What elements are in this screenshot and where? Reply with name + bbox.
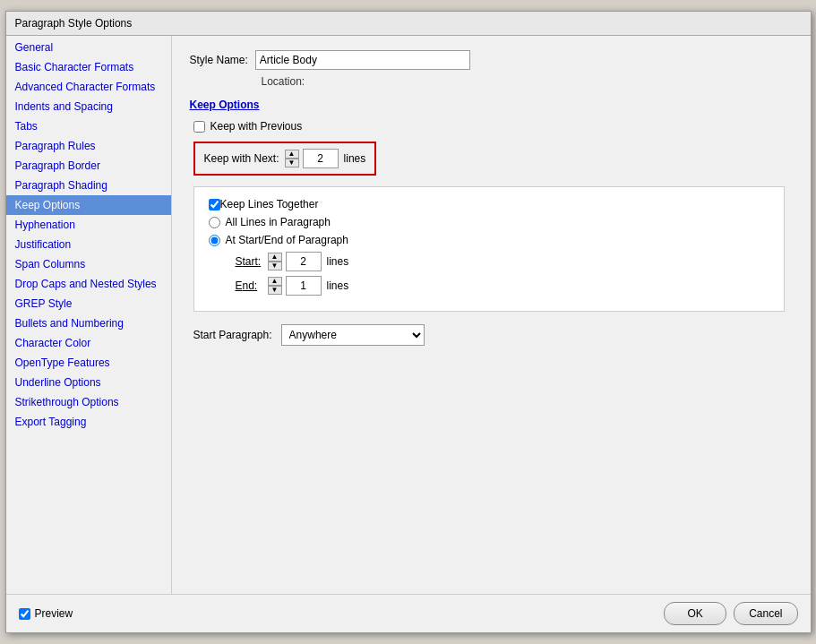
start-paragraph-dropdown[interactable]: Anywhere Next Column Next Frame Next Pag… — [281, 324, 425, 346]
end-lines-label: lines — [327, 279, 349, 292]
all-lines-row: All Lines in Paragraph — [209, 216, 769, 228]
footer-left: Preview — [19, 607, 73, 620]
keep-with-next-lines: lines — [344, 152, 366, 165]
sidebar-item[interactable]: Hyphenation — [6, 215, 171, 235]
location-row: Location: — [190, 75, 793, 88]
start-paragraph-row: Start Paragraph: Anywhere Next Column Ne… — [193, 324, 793, 346]
keep-with-next-down[interactable]: ▼ — [285, 159, 299, 167]
at-start-end-label: At Start/End of Paragraph — [226, 234, 348, 246]
cancel-button[interactable]: Cancel — [734, 602, 797, 625]
sidebar-item[interactable]: Drop Caps and Nested Styles — [6, 274, 171, 294]
keep-with-previous-checkbox[interactable] — [193, 121, 205, 133]
sidebar-item[interactable]: Character Color — [6, 333, 171, 353]
dialog-footer: Preview OK Cancel — [6, 594, 811, 632]
start-paragraph-label: Start Paragraph: — [193, 329, 272, 341]
dialog-title: Paragraph Style Options — [6, 12, 811, 36]
keep-with-next-box: Keep with Next: ▲ ▼ lines — [193, 142, 377, 176]
keep-with-previous-row: Keep with Previous — [193, 120, 793, 133]
sidebar-item[interactable]: OpenType Features — [6, 353, 171, 373]
start-row: Start: ▲ ▼ lines — [236, 252, 769, 271]
sidebar-item[interactable]: Keep Options — [6, 195, 171, 215]
start-input[interactable] — [286, 252, 322, 271]
all-lines-radio[interactable] — [209, 217, 220, 228]
end-input[interactable] — [286, 276, 322, 296]
keep-with-next-spinner[interactable]: ▲ ▼ — [285, 150, 299, 167]
keep-lines-section: Keep Lines Together All Lines in Paragra… — [193, 186, 785, 312]
paragraph-style-dialog: Paragraph Style Options GeneralBasic Cha… — [5, 11, 812, 633]
preview-label: Preview — [35, 607, 73, 620]
sidebar-item[interactable]: Paragraph Shading — [6, 176, 171, 195]
location-label: Location: — [262, 75, 305, 88]
style-name-row: Style Name: — [190, 50, 793, 70]
sidebar-item[interactable]: Basic Character Formats — [6, 57, 171, 77]
sidebar-item[interactable]: Tabs — [6, 116, 171, 136]
ok-button[interactable]: OK — [664, 602, 726, 625]
dialog-body: GeneralBasic Character FormatsAdvanced C… — [6, 36, 811, 594]
sidebar-item[interactable]: Paragraph Rules — [6, 136, 171, 156]
section-title: Keep Options — [190, 99, 793, 111]
end-down[interactable]: ▼ — [268, 286, 282, 295]
sidebar-item[interactable]: Export Tagging — [6, 412, 171, 432]
end-spinner[interactable]: ▲ ▼ — [268, 277, 282, 295]
sidebar-item[interactable]: Indents and Spacing — [6, 97, 171, 116]
sidebar-item[interactable]: General — [6, 38, 171, 57]
sidebar-item[interactable]: Paragraph Border — [6, 156, 171, 176]
keep-with-previous-label: Keep with Previous — [210, 120, 303, 133]
sidebar-item[interactable]: Justification — [6, 235, 171, 254]
keep-lines-together-row: Keep Lines Together — [209, 198, 769, 210]
keep-with-next-input[interactable] — [303, 149, 339, 168]
sidebar-item[interactable]: Bullets and Numbering — [6, 313, 171, 333]
start-label: Start: — [236, 255, 268, 268]
keep-with-next-up[interactable]: ▲ — [285, 150, 299, 159]
footer-right: OK Cancel — [664, 602, 797, 625]
style-name-input[interactable] — [255, 50, 470, 70]
style-name-label: Style Name: — [190, 54, 248, 66]
all-lines-label: All Lines in Paragraph — [226, 216, 331, 228]
sidebar-item[interactable]: GREP Style — [6, 294, 171, 313]
keep-lines-together-label: Keep Lines Together — [220, 198, 319, 210]
start-spinner[interactable]: ▲ ▼ — [268, 253, 282, 270]
start-lines-label: lines — [327, 255, 349, 268]
keep-with-next-label: Keep with Next: — [204, 152, 279, 165]
start-down[interactable]: ▼ — [268, 262, 282, 270]
sidebar-item[interactable]: Advanced Character Formats — [6, 77, 171, 97]
at-start-end-row: At Start/End of Paragraph — [209, 234, 769, 246]
end-label: End: — [236, 279, 268, 292]
preview-checkbox[interactable] — [19, 608, 30, 620]
main-content: Style Name: Location: Keep Options Keep … — [172, 36, 811, 594]
end-row: End: ▲ ▼ lines — [236, 276, 769, 296]
sidebar-item[interactable]: Underline Options — [6, 373, 171, 392]
sidebar: GeneralBasic Character FormatsAdvanced C… — [6, 36, 172, 594]
start-end-section: Start: ▲ ▼ lines End: ▲ ▼ — [236, 252, 769, 296]
keep-lines-together-checkbox[interactable] — [209, 199, 220, 210]
at-start-end-radio[interactable] — [209, 235, 220, 246]
start-up[interactable]: ▲ — [268, 253, 282, 262]
sidebar-item[interactable]: Span Columns — [6, 254, 171, 274]
end-up[interactable]: ▲ — [268, 277, 282, 286]
sidebar-item[interactable]: Strikethrough Options — [6, 392, 171, 412]
